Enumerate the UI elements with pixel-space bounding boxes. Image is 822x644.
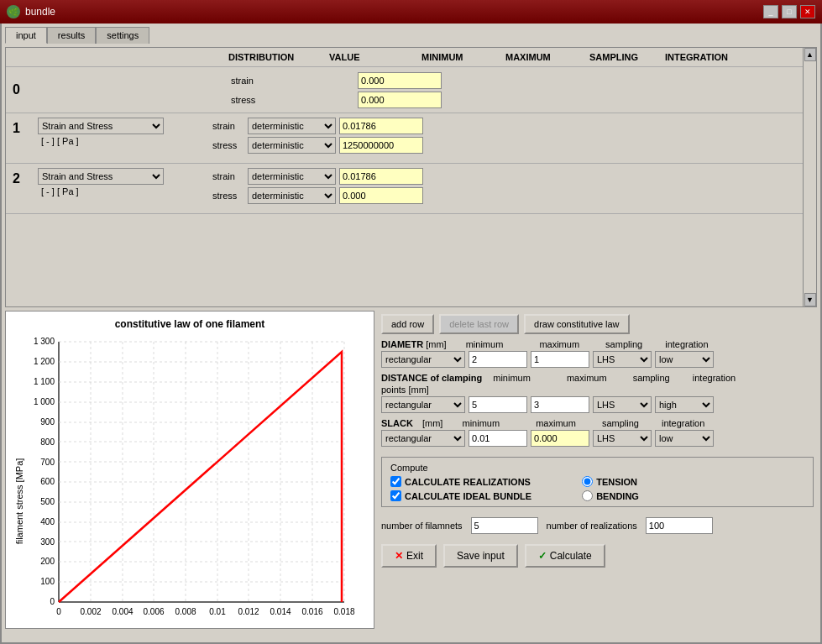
slack-min-label: minimum [462, 418, 500, 428]
distance-max-input[interactable] [531, 396, 589, 413]
chart-button-row: add row delete last row draw constitutiv… [381, 314, 814, 334]
slack-sampling-select[interactable]: LHS [593, 430, 652, 447]
row-1-stress-value[interactable] [339, 137, 423, 154]
col-header-integration: INTEGRATION [665, 52, 741, 62]
dist-samp-label: sampling [633, 373, 670, 383]
slack-dist-select[interactable]: rectangular [381, 430, 465, 447]
tab-settings[interactable]: settings [96, 27, 149, 44]
row-0-stress-value[interactable] [358, 92, 442, 108]
maximize-button[interactable]: □ [782, 5, 797, 18]
row-1-units: [ - ] [ Pa ] [41, 136, 206, 146]
distance-sampling-select[interactable]: LHS [593, 396, 652, 413]
filaments-row: number of filamnets number of realizatio… [381, 517, 814, 534]
tab-results[interactable]: results [47, 27, 96, 44]
table-row-0: 0 strain stress [6, 67, 816, 113]
num-filaments-input[interactable] [471, 517, 538, 534]
dist-integ-label: integration [693, 373, 736, 383]
svg-text:0.018: 0.018 [333, 607, 354, 616]
exit-icon: ✕ [395, 550, 403, 562]
slack-min-input[interactable] [469, 430, 527, 447]
row-2-stress-label: stress [212, 191, 244, 201]
app-icon: 🌿 [7, 5, 20, 18]
row-0-strain-label: strain [231, 76, 263, 86]
svg-text:500: 500 [40, 497, 55, 506]
num-realizations-input[interactable] [646, 517, 713, 534]
svg-text:200: 200 [40, 557, 55, 566]
chart-panel: constitutive law of one filament filamen… [5, 311, 374, 629]
distance-integration-select[interactable]: low high [655, 396, 714, 413]
row-1-strain-value[interactable] [339, 118, 423, 134]
dist-max-label: maximum [567, 373, 607, 383]
row-1-type-select[interactable]: Strain and Stress [38, 118, 164, 134]
exit-label: Exit [406, 550, 423, 562]
row-2-strain-value[interactable] [339, 168, 423, 185]
row-1-stress-dist[interactable]: deterministic [248, 137, 336, 154]
svg-text:1 200: 1 200 [34, 357, 55, 366]
row-2-stress-value[interactable] [339, 187, 423, 204]
calculate-button[interactable]: ✓ Calculate [525, 544, 605, 568]
minimize-button[interactable]: _ [763, 5, 778, 18]
slack-unit: [mm] [422, 418, 442, 428]
bottom-panel: constitutive law of one filament filamen… [5, 311, 817, 629]
calc-realizations-label[interactable]: CALCULATE REALIZATIONS [390, 476, 531, 487]
diametr-max-input[interactable] [531, 351, 589, 368]
main-window: input results settings DISTRIBUTION VALU… [0, 24, 822, 644]
scrollbar[interactable]: ▲ ▼ [803, 48, 816, 306]
draw-constitutive-law-button[interactable]: draw constitutive law [524, 314, 630, 334]
slack-integration-select[interactable]: low high [655, 430, 714, 447]
scroll-up-btn[interactable]: ▲ [804, 48, 816, 61]
tab-input[interactable]: input [5, 27, 47, 44]
diametr-sampling-select[interactable]: LHS [593, 351, 652, 368]
input-table: DISTRIBUTION VALUE MINIMUM MAXIMUM SAMPL… [5, 47, 817, 307]
close-button[interactable]: ✕ [800, 5, 815, 18]
row-2-type-select[interactable]: Strain and Stress [38, 168, 164, 185]
row-2-stress-dist[interactable]: deterministic [248, 187, 336, 204]
table-row-1: 1 Strain and Stress [ - ] [ Pa ] strain … [6, 113, 816, 164]
tension-radio[interactable] [582, 476, 593, 487]
exit-button[interactable]: ✕ Exit [381, 544, 437, 568]
compute-checkboxes: CALCULATE REALIZATIONS CALCULATE IDEAL B… [390, 476, 531, 501]
bending-label[interactable]: BENDING [582, 490, 639, 501]
add-row-button[interactable]: add row [381, 314, 434, 334]
svg-text:600: 600 [40, 477, 55, 486]
svg-text:1 000: 1 000 [34, 397, 55, 406]
slack-samp-label: sampling [602, 418, 639, 428]
title-bar: 🌿 bundle _ □ ✕ [0, 0, 822, 24]
calc-ideal-bundle-label[interactable]: CALCULATE IDEAL BUNDLE [390, 490, 531, 501]
svg-text:100: 100 [40, 577, 55, 586]
diametr-max-label: maximum [539, 339, 579, 349]
bending-radio[interactable] [582, 490, 593, 501]
chart-title: constitutive law of one filament [13, 318, 367, 330]
diametr-dist-select[interactable]: rectangular [381, 351, 465, 368]
row-0-strain-value[interactable] [358, 72, 442, 89]
svg-text:0.012: 0.012 [238, 607, 259, 616]
scroll-down-btn[interactable]: ▼ [804, 293, 816, 306]
calculate-icon: ✓ [538, 550, 547, 562]
svg-text:0.004: 0.004 [112, 607, 133, 616]
diametr-integration-select[interactable]: low high [655, 351, 714, 368]
diametr-samp-label: sampling [605, 339, 642, 349]
diametr-unit: [mm] [426, 339, 446, 349]
tension-label[interactable]: TENSION [582, 476, 639, 487]
col-header-value: VALUE [329, 52, 421, 62]
distance-label: DISTANCE of clamping [381, 373, 482, 383]
row-1-strain-dist[interactable]: deterministic [248, 118, 336, 134]
slack-max-label: maximum [536, 418, 576, 428]
calc-realizations-checkbox[interactable] [390, 476, 401, 487]
distance-min-input[interactable] [469, 396, 527, 413]
slack-label: SLACK [381, 418, 413, 428]
distance-dist-select[interactable]: rectangular [381, 396, 465, 413]
row-2-strain-dist[interactable]: deterministic [248, 168, 336, 185]
save-input-button[interactable]: Save input [443, 544, 518, 568]
diametr-min-input[interactable] [469, 351, 527, 368]
diametr-min-label: minimum [466, 339, 504, 349]
svg-text:1 100: 1 100 [34, 377, 55, 386]
slack-max-input[interactable] [531, 430, 589, 447]
dist-min-label: minimum [493, 373, 531, 383]
save-label: Save input [457, 550, 505, 562]
delete-last-row-button[interactable]: delete last row [439, 314, 519, 334]
compute-title: Compute [390, 463, 804, 473]
calc-ideal-bundle-checkbox[interactable] [390, 490, 401, 501]
diametr-label: DIAMETR [381, 339, 423, 349]
svg-text:0: 0 [56, 607, 61, 616]
